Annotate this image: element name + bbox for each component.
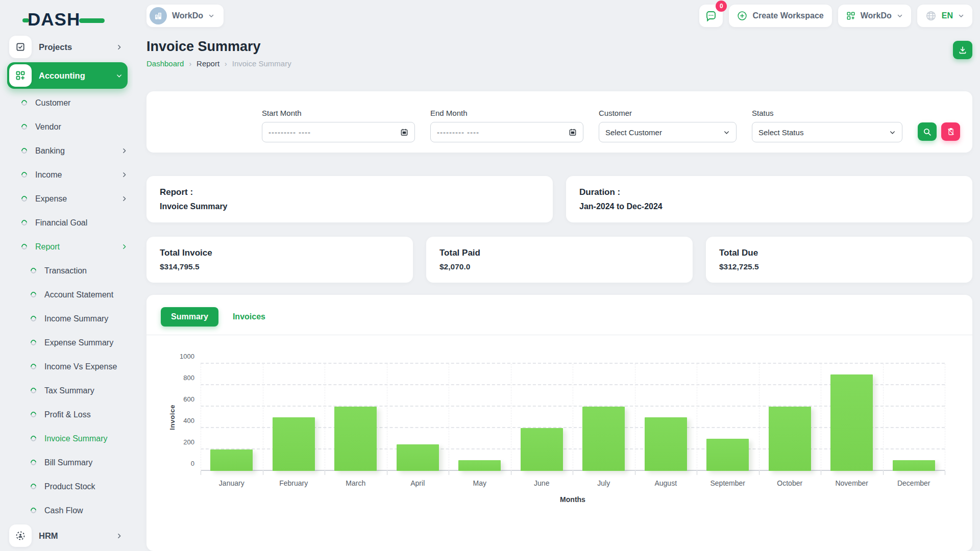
bar-column bbox=[511, 364, 573, 471]
x-axis-tick bbox=[201, 471, 201, 475]
reset-filter-button[interactable] bbox=[941, 122, 960, 141]
bullet-icon bbox=[30, 507, 37, 514]
grid-plus-icon bbox=[846, 11, 855, 20]
workspace-label: WorkDo bbox=[172, 11, 203, 20]
report-value: Invoice Summary bbox=[160, 202, 540, 211]
sidebar-item-vendor[interactable]: Vendor bbox=[7, 115, 128, 139]
x-axis-tick bbox=[635, 471, 635, 475]
bullet-icon bbox=[20, 219, 28, 227]
sidebar-item-expense-summary[interactable]: Expense Summary bbox=[7, 331, 128, 355]
breadcrumb-report[interactable]: Report bbox=[197, 59, 219, 68]
status-select[interactable]: Select Status bbox=[752, 122, 902, 142]
bar-september bbox=[706, 439, 749, 471]
x-axis-tick bbox=[945, 471, 945, 475]
x-axis-label: November bbox=[821, 479, 883, 487]
sidebar-item-financial-goal[interactable]: Financial Goal bbox=[7, 211, 128, 235]
chart-plot-area: Invoice 02004006008001000 bbox=[201, 364, 945, 471]
x-axis-tick bbox=[697, 471, 697, 475]
sidebar-item-invoice-summary[interactable]: Invoice Summary bbox=[7, 427, 128, 450]
tab-summary[interactable]: Summary bbox=[161, 307, 218, 327]
end-month-label: End Month bbox=[430, 109, 583, 117]
sidebar-item-transaction[interactable]: Transaction bbox=[7, 259, 128, 283]
sidebar-item-label: Tax Summary bbox=[44, 386, 94, 395]
report-label: Report : bbox=[160, 187, 540, 197]
page-header: Invoice Summary Dashboard › Report › Inv… bbox=[146, 39, 972, 68]
grid-plus-icon bbox=[9, 64, 32, 87]
sidebar-item-label: Projects bbox=[39, 42, 72, 52]
x-axis-tick bbox=[325, 471, 325, 475]
chevron-down-icon bbox=[723, 129, 730, 136]
bar-april bbox=[397, 444, 439, 471]
bar-november bbox=[830, 374, 873, 471]
sidebar-item-label: Invoice Summary bbox=[44, 434, 108, 443]
x-axis-tick bbox=[511, 471, 511, 475]
bullet-icon bbox=[30, 411, 37, 418]
end-month-field: End Month --------- ---- bbox=[430, 109, 583, 142]
sidebar-item-income-vs-expense[interactable]: Income Vs Expense bbox=[7, 355, 128, 379]
bars bbox=[201, 364, 945, 471]
app-switcher-button[interactable]: WorkDo bbox=[838, 5, 911, 27]
chat-bubble-icon bbox=[705, 10, 717, 22]
sidebar-item-bill-summary[interactable]: Bill Summary bbox=[7, 450, 128, 474]
start-month-label: Start Month bbox=[262, 109, 415, 117]
apply-filter-button[interactable] bbox=[918, 122, 937, 141]
chevron-right-icon bbox=[121, 195, 128, 202]
sidebar-item-projects[interactable]: Projects bbox=[7, 34, 128, 60]
y-axis-tick-label: 200 bbox=[183, 438, 194, 446]
duration-label: Duration : bbox=[579, 187, 959, 197]
sidebar-item-profit-loss[interactable]: Profit & Loss bbox=[7, 403, 128, 427]
bar-june bbox=[521, 428, 563, 471]
create-workspace-button[interactable]: Create Workspace bbox=[729, 5, 831, 27]
customer-field: Customer Select Customer bbox=[599, 109, 737, 142]
tab-invoices[interactable]: Invoices bbox=[233, 307, 265, 327]
bullet-icon bbox=[30, 483, 37, 490]
bullet-icon bbox=[20, 171, 28, 179]
messages-button[interactable]: 0 bbox=[699, 5, 723, 27]
building-icon bbox=[154, 11, 163, 20]
language-selector[interactable]: EN bbox=[917, 5, 972, 27]
sidebar-item-cash-flow[interactable]: Cash Flow bbox=[7, 498, 128, 522]
sidebar-item-tax-summary[interactable]: Tax Summary bbox=[7, 379, 128, 403]
bar-october bbox=[769, 407, 811, 471]
sidebar-item-income[interactable]: Income bbox=[7, 163, 128, 187]
start-month-input[interactable]: --------- ---- bbox=[262, 122, 415, 142]
bullet-icon bbox=[20, 243, 28, 251]
sidebar-item-label: Expense Summary bbox=[44, 338, 113, 347]
sidebar-item-label: Income bbox=[35, 170, 62, 180]
bar-column bbox=[883, 364, 945, 471]
brand-logo[interactable]: DASH bbox=[7, 0, 128, 34]
bar-may bbox=[458, 460, 501, 471]
bullet-icon bbox=[30, 267, 37, 274]
bullet-icon bbox=[30, 291, 37, 298]
sidebar-item-label: Cash Flow bbox=[44, 506, 83, 515]
sidebar-item-expense[interactable]: Expense bbox=[7, 187, 128, 211]
bar-column bbox=[573, 364, 635, 471]
chevron-down-icon bbox=[208, 13, 214, 19]
end-month-input[interactable]: --------- ---- bbox=[430, 122, 583, 142]
bullet-icon bbox=[20, 99, 28, 107]
download-report-button[interactable] bbox=[953, 41, 972, 59]
x-axis-label: October bbox=[759, 479, 821, 487]
chevron-down-icon bbox=[116, 72, 122, 79]
bar-july bbox=[582, 407, 625, 471]
sidebar-item-account-statement[interactable]: Account Statement bbox=[7, 283, 128, 307]
sidebar-item-hrm[interactable]: HRM bbox=[7, 522, 128, 549]
y-axis-title: Invoice bbox=[168, 405, 176, 430]
breadcrumb-dashboard[interactable]: Dashboard bbox=[146, 59, 184, 68]
sidebar-item-income-summary[interactable]: Income Summary bbox=[7, 307, 128, 331]
page-title: Invoice Summary bbox=[146, 39, 291, 55]
bar-column bbox=[263, 364, 325, 471]
sidebar-item-customer[interactable]: Customer bbox=[7, 91, 128, 115]
sidebar: DASH ProjectsAccountingCustomerVendorBan… bbox=[0, 0, 133, 551]
sidebar-item-accounting[interactable]: Accounting bbox=[7, 62, 128, 89]
total-paid-card: Total Paid $2,070.0 bbox=[426, 237, 693, 283]
workspace-selector[interactable]: WorkDo bbox=[146, 5, 224, 27]
app-switcher-label: WorkDo bbox=[861, 11, 892, 20]
sidebar-item-banking[interactable]: Banking bbox=[7, 139, 128, 163]
sidebar-item-product-stock[interactable]: Product Stock bbox=[7, 474, 128, 498]
sidebar-item-report[interactable]: Report bbox=[7, 235, 128, 259]
chevron-down-icon bbox=[889, 129, 896, 136]
customer-select[interactable]: Select Customer bbox=[599, 122, 737, 142]
x-axis-label: July bbox=[573, 479, 635, 487]
bar-march bbox=[334, 407, 377, 471]
